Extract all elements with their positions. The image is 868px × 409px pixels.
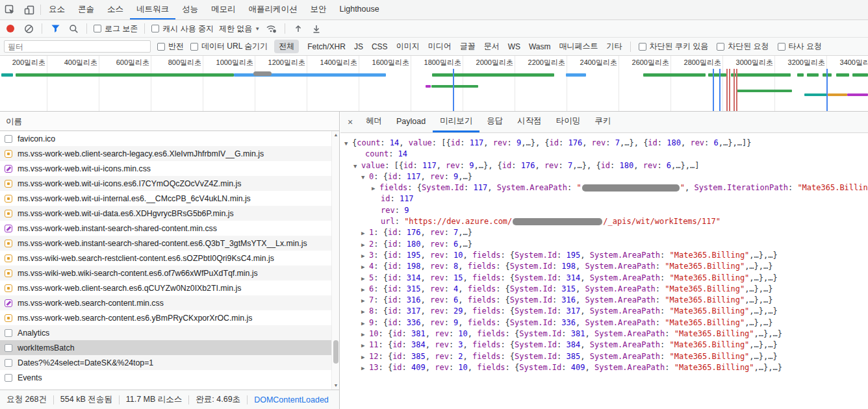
- search-icon[interactable]: [67, 22, 80, 35]
- request-row[interactable]: workItemsBatch: [0, 340, 331, 355]
- expand-arrow-icon[interactable]: ▼: [344, 138, 352, 149]
- invert-checkbox[interactable]: 반전: [157, 41, 184, 52]
- expand-arrow-icon[interactable]: ▶: [361, 352, 369, 362]
- request-row[interactable]: ms.vss-work-web.wit-ui-internal.es6.__CM…: [0, 191, 331, 206]
- details-tab[interactable]: 응답: [479, 112, 510, 132]
- request-row[interactable]: ms.vss-work-web.search-content.min.css: [0, 295, 331, 310]
- request-row[interactable]: favicon.ico: [0, 131, 331, 146]
- details-tab[interactable]: 미리보기: [433, 112, 479, 132]
- request-row[interactable]: ms.vss-work-web.instant-search-shared-co…: [0, 221, 331, 236]
- close-icon[interactable]: ×: [342, 112, 359, 132]
- export-har-icon[interactable]: [310, 22, 323, 35]
- request-row[interactable]: ms.vss-work-web.wit-ui-icons.min.css: [0, 161, 331, 176]
- request-row[interactable]: ms.vss-work-web.wit-ui-icons.es6.I7CYmOQ…: [0, 176, 331, 191]
- devtools-tab[interactable]: 요소: [42, 0, 71, 19]
- json-string: "Mate365.Billing": [797, 183, 868, 192]
- resource-type-filter[interactable]: 문서: [484, 40, 500, 53]
- disable-cache-checkbox[interactable]: 캐시 사용 중지: [151, 23, 214, 34]
- import-har-icon[interactable]: [292, 22, 305, 35]
- resource-type-filter[interactable]: Wasm: [529, 41, 551, 53]
- expand-arrow-icon[interactable]: ▶: [361, 363, 369, 373]
- resource-type-filter[interactable]: JS: [354, 41, 363, 53]
- request-row[interactable]: ms.vss-work-web.client-search.es6.qCUYZw…: [0, 280, 331, 295]
- preview-json-tree[interactable]: ▼{count: 14, value: [{id: 117, rev: 9,…}…: [340, 133, 868, 409]
- request-list-scrollbar[interactable]: ▲ ▼: [331, 131, 339, 390]
- expand-arrow-icon[interactable]: ▶: [361, 228, 369, 238]
- domcontentloaded-status[interactable]: DOMContentLoaded: [254, 395, 329, 404]
- expand-arrow-icon[interactable]: ▶: [361, 340, 369, 351]
- filter-checkbox[interactable]: 타사 요청: [778, 41, 822, 52]
- checkbox[interactable]: [190, 43, 198, 51]
- devtools-tab[interactable]: 애플리케이션: [242, 0, 304, 19]
- expand-arrow-icon[interactable]: ▼: [353, 161, 361, 171]
- resource-type-filter[interactable]: 글꼴: [460, 40, 476, 53]
- name-column-header[interactable]: 이름: [0, 112, 339, 131]
- devtools-tab[interactable]: Lighthouse: [333, 0, 386, 19]
- request-row[interactable]: ms.vss-work-web.search-content.es6.yBmPR…: [0, 310, 331, 325]
- filter-checkbox[interactable]: 차단된 쿠키 있음: [639, 41, 709, 52]
- devtools-tab[interactable]: 소스: [101, 0, 130, 19]
- checkbox[interactable]: [717, 43, 724, 51]
- scrollbar-thumb[interactable]: [333, 340, 338, 364]
- details-tab[interactable]: 헤더: [359, 112, 389, 132]
- request-row[interactable]: ms.vss-work-web.instant-search-shared-co…: [0, 236, 331, 251]
- network-overview-timeline[interactable]: 200밀리초400밀리초600밀리초800밀리초1000밀리초1200밀리초14…: [0, 56, 868, 112]
- checkbox[interactable]: [778, 43, 785, 51]
- request-row[interactable]: Dates?%24select=DateSK&%24top=1: [0, 355, 331, 370]
- details-tab[interactable]: 시작점: [510, 112, 549, 132]
- device-toolbar-icon[interactable]: [19, 0, 39, 19]
- filter-input[interactable]: [4, 40, 151, 53]
- scroll-down-icon[interactable]: ▼: [332, 382, 340, 390]
- inspect-icon[interactable]: [0, 0, 19, 19]
- request-row[interactable]: ms.vss-wiki-web.search-restclient-conten…: [0, 251, 331, 266]
- scroll-up-icon[interactable]: ▲: [332, 131, 340, 139]
- checkbox[interactable]: [94, 25, 101, 32]
- resource-type-filter[interactable]: 전체: [274, 40, 299, 53]
- devtools-tab[interactable]: 네트워크: [130, 0, 175, 19]
- record-icon[interactable]: [4, 22, 17, 35]
- expand-arrow-icon[interactable]: ▶: [361, 240, 369, 250]
- request-row[interactable]: Analytics: [0, 325, 331, 340]
- expand-arrow-icon[interactable]: ▶: [372, 183, 379, 193]
- request-row[interactable]: ms.vss-work-web.client-search-legacy.es6…: [0, 146, 331, 161]
- json-number: 385: [567, 352, 581, 361]
- resource-type-filter[interactable]: Fetch/XHR: [307, 41, 346, 53]
- clear-icon[interactable]: [22, 22, 35, 35]
- expand-arrow-icon[interactable]: ▶: [361, 273, 369, 284]
- hide-data-urls-checkbox[interactable]: 데이터 URL 숨기기: [190, 41, 268, 52]
- request-row[interactable]: ms.vss-wiki-web.wiki-search-content.es6.…: [0, 266, 331, 280]
- expand-arrow-icon[interactable]: ▶: [361, 306, 369, 317]
- devtools-tab[interactable]: 성능: [175, 0, 205, 19]
- expand-arrow-icon[interactable]: ▶: [361, 262, 369, 272]
- filter-funnel-icon[interactable]: [49, 22, 62, 35]
- devtools-tab[interactable]: 메모리: [205, 0, 242, 19]
- preserve-log-checkbox[interactable]: 로그 보존: [94, 23, 138, 34]
- expand-arrow-icon[interactable]: ▶: [361, 329, 369, 340]
- throttling-dropdown[interactable]: 제한 없음 ▼: [219, 23, 260, 34]
- expand-arrow-icon[interactable]: ▶: [361, 295, 369, 306]
- resource-type-filter[interactable]: 기타: [607, 40, 622, 53]
- json-punct: ,: [483, 138, 492, 147]
- resource-type-filter[interactable]: WS: [508, 41, 520, 53]
- resource-type-filter[interactable]: CSS: [372, 41, 388, 53]
- checkbox[interactable]: [151, 25, 159, 32]
- checkbox[interactable]: [639, 43, 646, 51]
- devtools-tab[interactable]: 보안: [304, 0, 333, 19]
- resource-type-filter[interactable]: 매니페스트: [559, 40, 598, 53]
- devtools-tab[interactable]: 콘솔: [71, 0, 101, 19]
- details-tab[interactable]: Payload: [389, 112, 433, 132]
- filter-checkbox[interactable]: 차단된 요청: [717, 41, 769, 52]
- resource-type-filter[interactable]: 미디어: [428, 40, 452, 53]
- resource-type-filter[interactable]: 이미지: [396, 40, 420, 53]
- request-row[interactable]: Events: [0, 370, 331, 385]
- expand-arrow-icon[interactable]: ▶: [361, 284, 369, 295]
- network-conditions-icon[interactable]: [265, 22, 278, 35]
- status-item: 완료: 4.69초: [196, 394, 240, 405]
- details-tab[interactable]: 쿠키: [587, 112, 618, 132]
- expand-arrow-icon[interactable]: ▶: [361, 318, 369, 328]
- expand-arrow-icon[interactable]: ▶: [361, 251, 369, 261]
- checkbox[interactable]: [157, 43, 165, 51]
- details-tab[interactable]: 타이밍: [549, 112, 588, 132]
- expand-arrow-icon[interactable]: ▼: [361, 172, 369, 182]
- request-row[interactable]: ms.vss-work-web.wit-ui-data.es6.XDHgvryc…: [0, 206, 331, 221]
